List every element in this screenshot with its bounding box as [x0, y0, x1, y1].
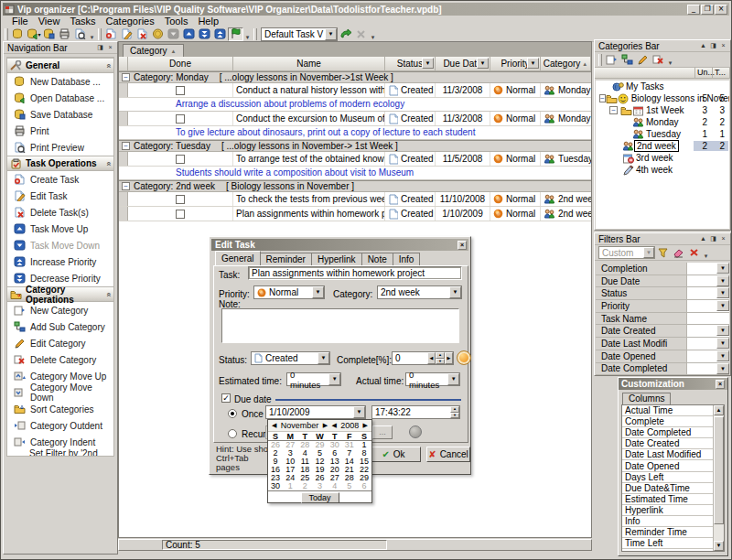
- chevron-down-icon[interactable]: ▼: [449, 286, 461, 298]
- filter-row-date-last-modifi[interactable]: Date Last Modifi▼: [596, 338, 729, 350]
- recurrence-radio[interactable]: [228, 429, 237, 438]
- done-cell[interactable]: [128, 112, 233, 125]
- column-item-actual-time[interactable]: Actual Time: [622, 405, 724, 416]
- collapse-group-icon[interactable]: −: [122, 182, 130, 190]
- collapse-chevron-icon[interactable]: «: [103, 63, 113, 68]
- cancel-button[interactable]: ✘Cancel: [426, 447, 470, 462]
- toolbar-overflow-icon[interactable]: ▾: [88, 27, 96, 41]
- column-item-date-created[interactable]: Date Created: [622, 438, 724, 449]
- task-row[interactable]: To check the tests from previous week an…: [119, 192, 591, 207]
- column-item-time-left[interactable]: Time Left: [622, 538, 724, 549]
- filter-row-value[interactable]: ▼: [687, 300, 729, 312]
- task-name-cell[interactable]: To check the tests from previous week an…: [233, 192, 385, 206]
- collapse-icon[interactable]: ▲: [698, 41, 708, 50]
- dialog-title-bar[interactable]: Edit Task ×: [211, 239, 468, 251]
- next-month-icon[interactable]: ▶: [323, 422, 328, 429]
- nav-item-edit-task[interactable]: Edit Task: [7, 188, 113, 204]
- column-item-due-date-time[interactable]: Due Date&Time: [622, 483, 724, 494]
- customization-title[interactable]: Customization ×: [619, 378, 727, 390]
- nav-item-category-move-down[interactable]: Category Move Down: [7, 384, 113, 401]
- chevron-down-icon[interactable]: ▼: [318, 352, 329, 364]
- task-name-cell[interactable]: Plan assignments within homework project: [233, 207, 385, 221]
- tab-columns[interactable]: Columns: [622, 393, 671, 404]
- done-cell[interactable]: [128, 192, 233, 206]
- column-item-date-opened[interactable]: Date Opened: [622, 460, 724, 471]
- nav-section-general[interactable]: General«: [7, 58, 113, 73]
- filter-row-value[interactable]: [687, 313, 729, 325]
- priority-column-header[interactable]: Priority▼: [490, 57, 541, 71]
- column-item-complete[interactable]: Complete: [622, 416, 724, 427]
- delete-task-button[interactable]: [135, 27, 150, 41]
- nav-item-open-database[interactable]: Open Database ...: [7, 90, 113, 106]
- chevron-down-icon[interactable]: ▼: [328, 373, 340, 385]
- filter-row-task-name[interactable]: Task Name: [596, 313, 729, 326]
- increase-priority-button[interactable]: [212, 27, 228, 41]
- undone-column-header[interactable]: Un...: [695, 68, 713, 78]
- calendar-year[interactable]: 2008: [340, 421, 359, 430]
- close-icon[interactable]: ×: [718, 234, 728, 243]
- title-bar[interactable]: Vip organizer [C:\Program Files\VIP Qual…: [3, 3, 729, 16]
- menu-file[interactable]: File: [7, 16, 33, 27]
- once-radio[interactable]: [228, 409, 237, 418]
- menu-help[interactable]: Help: [193, 16, 223, 27]
- tree-item-monday[interactable]: Monday22: [596, 116, 729, 128]
- collapse-node-icon[interactable]: −: [609, 106, 618, 114]
- menu-categories[interactable]: Categories: [102, 16, 159, 27]
- filter-row-date-completed[interactable]: Date Completed▼: [596, 363, 729, 376]
- task-row[interactable]: To arrange test of the obtained knowledg…: [119, 152, 591, 167]
- tab-hyperlink[interactable]: Hyperlink: [311, 253, 362, 265]
- collapse-group-icon[interactable]: −: [122, 73, 130, 81]
- close-button[interactable]: ×: [715, 5, 727, 15]
- tree-item-biology-lessons-in-novemt[interactable]: −Biology lessons in Novemt55: [596, 92, 729, 104]
- pin-icon[interactable]: ◨: [95, 43, 105, 52]
- nav-item-increase-priority[interactable]: Increase Priority: [7, 253, 113, 270]
- decrease-priority-button[interactable]: [197, 27, 212, 41]
- tab-note[interactable]: Note: [361, 253, 393, 265]
- estimated-time-select[interactable]: 0 minutes ▼: [286, 372, 341, 386]
- chevron-down-icon[interactable]: ▼: [716, 300, 729, 311]
- column-item-estimated-time[interactable]: Estimated Time: [622, 494, 724, 505]
- filter-row-completion[interactable]: Completion▼: [596, 263, 729, 275]
- delete-filter-button[interactable]: [686, 246, 702, 260]
- menu-tools[interactable]: Tools: [160, 16, 193, 27]
- calendar-day[interactable]: 5: [342, 482, 357, 490]
- once-time-input[interactable]: [372, 407, 427, 417]
- filter-row-value[interactable]: ▼: [687, 363, 729, 375]
- scroll-up-icon[interactable]: ▲: [714, 405, 724, 415]
- group-row[interactable]: −Category: 2nd week[ Biology lessons in …: [119, 180, 591, 192]
- filter-row-date-created[interactable]: Date Created▼: [596, 325, 729, 338]
- open-database-button[interactable]: ▾: [26, 27, 41, 41]
- task-name-cell[interactable]: To arrange test of the obtained knowledg…: [233, 152, 385, 166]
- column-item-info[interactable]: Info: [622, 516, 724, 527]
- add-sub-category-button[interactable]: [619, 53, 635, 67]
- collapse-chevron-icon[interactable]: «: [103, 292, 113, 296]
- once-date-select[interactable]: 1/10/2009 ▼: [265, 405, 366, 419]
- tree-item-1st-week[interactable]: −1st Week33: [596, 104, 729, 116]
- done-checkbox[interactable]: [176, 155, 185, 164]
- complete-spinner[interactable]: ◀ ▲▼ ▶: [392, 351, 454, 365]
- step-down-icon[interactable]: ▼: [436, 359, 445, 365]
- prev-year-icon[interactable]: ◀: [331, 422, 336, 429]
- chevron-down-icon[interactable]: ▼: [325, 28, 337, 40]
- pin-icon[interactable]: ◨: [708, 41, 718, 50]
- done-cell[interactable]: [128, 152, 233, 166]
- nav-item-print[interactable]: Print: [7, 123, 113, 139]
- tree-item-2nd-week[interactable]: 2nd week22: [596, 140, 729, 152]
- chevron-down-icon[interactable]: ▼: [716, 325, 729, 336]
- print-preview-button[interactable]: [72, 27, 88, 41]
- done-checkbox[interactable]: [176, 86, 185, 95]
- nav-item-save-database[interactable]: Save Database: [7, 106, 113, 123]
- category-select[interactable]: 2nd week ▼: [377, 285, 462, 299]
- close-icon[interactable]: ×: [458, 241, 467, 250]
- done-cell[interactable]: [128, 83, 233, 97]
- collapse-node-icon[interactable]: −: [599, 94, 606, 102]
- time-down-icon[interactable]: ▼: [450, 413, 459, 419]
- filter-row-value[interactable]: ▼: [687, 275, 729, 287]
- close-icon[interactable]: ×: [718, 41, 728, 50]
- task-row[interactable]: Conduct a natural history lesson with cl…: [119, 83, 591, 98]
- task-move-up-button[interactable]: [181, 27, 197, 41]
- minimize-button[interactable]: _: [687, 5, 700, 15]
- filter-row-priority[interactable]: Priority▼: [596, 300, 729, 313]
- toolbar-overflow-icon[interactable]: ▾: [369, 27, 377, 41]
- task-name-cell[interactable]: Conduct a natural history lesson with cl…: [233, 83, 385, 97]
